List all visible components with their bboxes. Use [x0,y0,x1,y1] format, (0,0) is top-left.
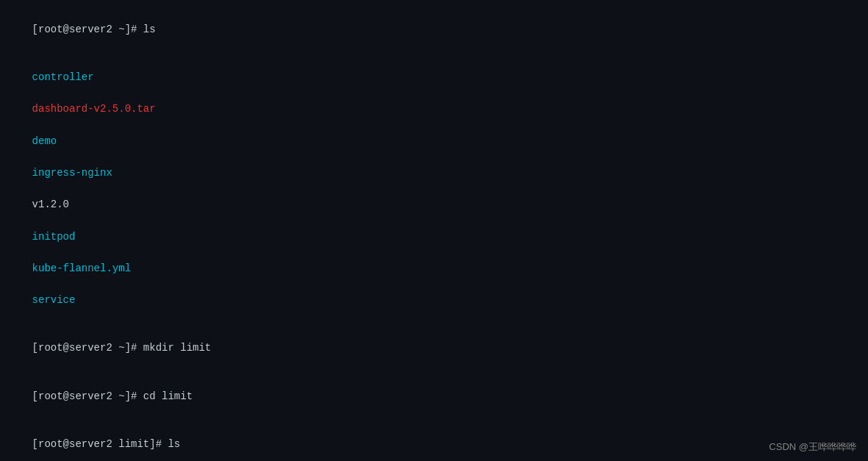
ls-space5 [32,215,45,226]
prompt-1: [root@server2 ~]# ls [32,24,156,35]
ls-space6 [32,246,45,258]
cmd-mkdir: [root@server2 ~]# mkdir limit [7,325,861,373]
ls-service: service [32,294,76,306]
ls-space2 [32,119,45,131]
ls-dashboard: dashboard-v2.5.0.tar [32,103,156,115]
command-ls: [root@server2 ~]# ls [7,6,861,54]
ls-controller: controller [32,71,94,83]
ls-initpod: initpod [32,231,76,243]
ls-kube-flannel: kube-flannel.yml [32,262,131,274]
terminal: [root@server2 ~]# ls controller dashboar… [0,0,868,461]
cmd-ls2: [root@server2 limit]# ls [7,421,861,461]
ls-demo: demo [32,135,57,147]
ls-ingress: ingress-nginx [32,167,112,179]
cmd-cd: [root@server2 ~]# cd limit [7,373,861,421]
ls-space4 [32,183,38,195]
ls-v120: v1.2.0 [32,199,69,210]
ls-space7 [32,279,45,290]
ls-output: controller dashboard-v2.5.0.tar demo ing… [7,54,861,325]
ls-space3 [32,151,45,162]
ls-space1 [32,87,45,99]
watermark: CSDN @王哗哗哗哗 [769,440,856,454]
